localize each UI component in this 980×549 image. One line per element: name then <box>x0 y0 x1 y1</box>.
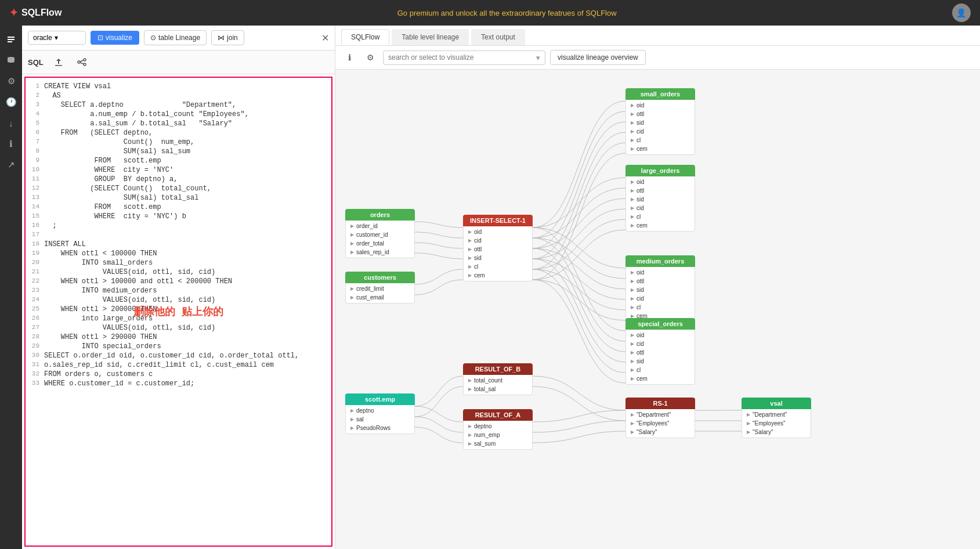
lineage-node-scott_emp[interactable]: scott.empdeptnosalPseudoRows <box>345 393 415 434</box>
line-number: 9 <box>28 157 44 166</box>
node-field: "Salary" <box>742 428 811 436</box>
code-line: 3 SELECT a.deptno "Department", <box>26 101 331 110</box>
code-line: 4 a.num_emp / b.total_count "Employees", <box>26 110 331 120</box>
visualize-icon: ⊡ <box>97 34 103 42</box>
code-line: 21 VALUES(oid, ottl, sid, cid) <box>26 268 331 277</box>
line-number: 31 <box>28 361 44 370</box>
db-label: oracle <box>33 34 52 42</box>
chevron-down-icon: ▾ <box>536 53 540 62</box>
sidebar-icons: ⚙ 🕐 ↓ ℹ ↗ <box>0 26 22 549</box>
line-content: WHERE o.customer_id = c.customer_id; <box>44 380 329 389</box>
sidebar-icon-share[interactable]: ↗ <box>2 156 20 174</box>
node-field: sid <box>626 195 695 204</box>
line-number: 3 <box>28 101 44 110</box>
line-number: 33 <box>28 380 44 389</box>
lineage-node-medium_orders[interactable]: medium_ordersoidottlsidcidclcem <box>625 255 695 322</box>
node-field: cem <box>464 271 532 280</box>
line-number: 12 <box>28 185 44 194</box>
lineage-node-insert_select[interactable]: INSERT-SELECT-1oidcidottlsidclcem <box>463 215 533 281</box>
sidebar-icon-database[interactable] <box>2 51 20 70</box>
upload-icon[interactable] <box>50 54 67 70</box>
db-selector[interactable]: oracle ▾ <box>28 31 86 45</box>
code-editor[interactable]: 1CREATE VIEW vsal2 AS3 SELECT a.deptno "… <box>24 77 332 547</box>
settings-icon[interactable]: ⚙ <box>362 49 378 66</box>
line-number: 18 <box>28 240 44 250</box>
close-button[interactable]: ✕ <box>321 32 329 44</box>
join-button[interactable]: ⋈ join <box>211 30 244 45</box>
tab-table-lineage[interactable]: Table level lineage <box>392 29 469 45</box>
node-header: INSERT-SELECT-1 <box>463 215 533 226</box>
lineage-node-special_orders[interactable]: special_ordersoidcidottlsidclcem <box>625 318 695 385</box>
line-content: a.num_emp / b.total_count "Employees", <box>44 110 329 120</box>
diagram-icon[interactable] <box>74 54 90 70</box>
sidebar-icon-sql[interactable] <box>2 30 20 49</box>
line-content: SUM(sal) total_sal <box>44 194 329 203</box>
lineage-node-result_of_b[interactable]: RESULT_OF_Btotal_counttotal_sal <box>463 363 533 395</box>
code-line: 18INSERT ALL <box>26 240 331 250</box>
search-input[interactable] <box>388 53 536 62</box>
node-body: oidottlsidcidclcem <box>625 100 695 155</box>
sql-label: SQL <box>28 58 44 67</box>
table-lineage-button[interactable]: ⊙ table Lineage <box>144 30 207 45</box>
node-field: cid <box>626 339 695 348</box>
line-number: 32 <box>28 370 44 380</box>
svg-point-5 <box>78 61 80 63</box>
node-header: RESULT_OF_B <box>463 363 533 375</box>
sidebar-icon-download[interactable]: ↓ <box>2 114 20 132</box>
svg-rect-4 <box>55 65 62 66</box>
avatar[interactable]: 👤 <box>952 3 971 22</box>
node-field: cid <box>626 127 695 136</box>
line-number: 4 <box>28 110 44 120</box>
lineage-node-orders[interactable]: ordersorder_idcustomer_idorder_totalsale… <box>345 209 415 258</box>
sidebar-icon-info[interactable]: ℹ <box>2 135 20 153</box>
tab-text-output[interactable]: Text output <box>471 29 525 45</box>
node-field: sid <box>464 254 532 262</box>
line-content: AS <box>44 92 329 101</box>
node-body: total_counttotal_sal <box>463 375 533 395</box>
code-line: 26 into large_orders <box>26 315 331 324</box>
lineage-node-small_orders[interactable]: small_ordersoidottlsidcidclcem <box>625 88 695 155</box>
lineage-node-vsal[interactable]: vsal"Department""Employees""Salary" <box>742 398 811 438</box>
line-number: 28 <box>28 333 44 342</box>
line-number: 2 <box>28 92 44 101</box>
info-icon[interactable]: ℹ <box>341 49 357 66</box>
search-box[interactable]: ▾ <box>383 50 545 65</box>
lineage-node-rs1[interactable]: RS-1"Department""Employees""Salary" <box>625 398 695 438</box>
node-header: large_orders <box>625 165 695 176</box>
node-field: num_emp <box>464 431 532 439</box>
node-field: ottl <box>464 245 532 254</box>
line-content: SELECT a.deptno "Department", <box>44 101 329 110</box>
code-line: 5 a.sal_sum / b.total_sal "Salary" <box>26 120 331 129</box>
lineage-node-large_orders[interactable]: large_ordersoidottlsidcidclcem <box>625 165 695 232</box>
line-content: INTO special_orders <box>44 342 329 352</box>
line-content: WHERE city = 'NYC' <box>44 166 329 175</box>
code-line: 8 SUM(sal) sal_sum <box>26 147 331 157</box>
node-field: order_total <box>346 239 414 248</box>
visualize-button[interactable]: ⊡ visualize <box>91 31 139 45</box>
node-header: vsal <box>742 398 811 409</box>
promo-text: Go premium and unlock all the extraordin… <box>397 9 617 17</box>
line-number: 6 <box>28 129 44 138</box>
sidebar-icon-settings[interactable]: ⚙ <box>2 72 20 91</box>
node-field: cem <box>626 145 695 153</box>
node-header: medium_orders <box>625 255 695 267</box>
lineage-node-customers[interactable]: customerscredit_limitcust_email <box>345 272 415 304</box>
node-field: ottl <box>626 186 695 195</box>
node-field: oid <box>626 268 695 277</box>
lineage-node-result_of_a[interactable]: RESULT_OF_Adeptnonum_empsal_sum <box>463 409 533 450</box>
node-field: order_id <box>346 222 414 230</box>
code-line: 17 <box>26 231 331 240</box>
line-content: VALUES(oid, ottl, sid, cid) <box>44 324 329 333</box>
code-line: 11 GROUP BY deptno) a, <box>26 175 331 185</box>
lineage-overview-button[interactable]: visualize lineage overview <box>550 50 646 65</box>
right-tabs: SQLFlow Table level lineage Text output <box>335 26 980 46</box>
node-header: orders <box>345 209 415 221</box>
code-line: 28 WHEN ottl > 290000 THEN <box>26 333 331 342</box>
line-content <box>44 231 329 240</box>
sidebar-icon-clock[interactable]: 🕐 <box>2 93 20 111</box>
code-line: 7 Count() num_emp, <box>26 138 331 147</box>
node-field: cust_email <box>346 293 414 302</box>
tab-sqlflow[interactable]: SQLFlow <box>341 29 389 45</box>
node-body: oidcidottlsidclcem <box>463 226 533 281</box>
node-field: "Employees" <box>626 419 695 428</box>
